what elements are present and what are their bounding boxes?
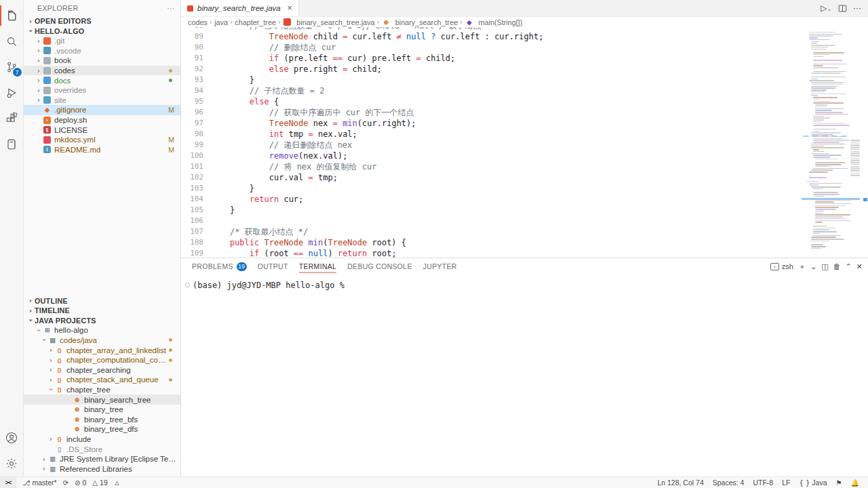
java-row-binary-search-tree[interactable]: ⊕binary_search_tree xyxy=(24,394,180,405)
java-row-chapter-computational-complexity[interactable]: ›{}chapter_computational_complexity xyxy=(24,355,180,365)
java-row-codes-java[interactable]: ›▤codes/java xyxy=(24,336,180,346)
maximize-panel-icon[interactable]: ⌃ xyxy=(846,262,852,271)
minimap[interactable] xyxy=(802,27,863,258)
editor-more-actions-icon[interactable]: ··· xyxy=(853,3,861,13)
java-row-chapter-searching[interactable]: ›{}chapter_searching xyxy=(24,365,180,375)
java-row-jre-system-library-eclipse-temurin-17-17-[interactable]: ›▥JRE System Library [Eclipse Temurin 17… xyxy=(24,454,180,464)
file-row--gitignore[interactable]: ◆.gitignoreM xyxy=(24,105,180,115)
panel-tab-terminal[interactable]: TERMINAL xyxy=(299,258,337,274)
file-row-overrides[interactable]: ›overrides xyxy=(24,85,180,96)
panel-tab-jupyter[interactable]: JUPYTER xyxy=(423,258,457,274)
code-text: int tmp = nex.val; xyxy=(203,129,357,140)
rocket-item[interactable]: 🜂 xyxy=(114,479,121,487)
code-text: } xyxy=(203,75,254,85)
java-row-chapter-tree[interactable]: ›{}chapter_tree xyxy=(24,385,180,395)
remote-indicator[interactable]: >< xyxy=(0,477,16,488)
notifications[interactable]: 🔔 xyxy=(851,479,859,487)
file-row--git[interactable]: ›.git xyxy=(24,36,180,46)
file-row-codes[interactable]: ›codes xyxy=(24,66,180,76)
file-row-readme-md[interactable]: iREADME.mdM xyxy=(24,145,180,155)
settings-gear-icon[interactable] xyxy=(0,451,24,476)
timeline-section[interactable]: › TIMELINE xyxy=(24,306,180,316)
sidebar-more-actions-icon[interactable]: ··· xyxy=(167,4,175,12)
errors-item[interactable]: ⊘0 xyxy=(75,479,86,487)
java-row-include[interactable]: ›{}include xyxy=(24,434,180,445)
encoding[interactable]: UTF-8 xyxy=(753,479,773,487)
code-editor[interactable]: 88// 当子结点数量 = 0 / 1 时, child = null / 该子… xyxy=(181,27,868,258)
editor-scrollbar[interactable] xyxy=(863,27,868,258)
java-row-binary-tree-bfs[interactable]: ⊕binary_tree_bfs xyxy=(24,414,180,424)
file-row-site[interactable]: ›site xyxy=(24,96,180,106)
explorer-icon[interactable] xyxy=(0,3,24,28)
file-row-book[interactable]: ›book xyxy=(24,56,180,66)
explorer-sidebar: EXPLORER ··· › OPEN EDITORS › HELLO-ALGO… xyxy=(24,0,181,476)
java-row-binary-tree-dfs[interactable]: ⊕binary_tree_dfs xyxy=(24,424,180,434)
file-row-license[interactable]: §LICENSE xyxy=(24,125,180,135)
source-control-icon[interactable]: 7 xyxy=(0,54,24,80)
terminal[interactable]: (base) jyd@JYD-MBP hello-algo % xyxy=(181,274,868,476)
outline-section[interactable]: › OUTLINE xyxy=(24,296,180,306)
warnings-item[interactable]: △19 xyxy=(92,479,107,487)
split-panel-icon[interactable]: ◫ xyxy=(821,262,828,271)
java-row-binary-tree[interactable]: ⊕binary_tree xyxy=(24,405,180,415)
java-row-referenced-libraries[interactable]: ›▥Referenced Libraries xyxy=(24,464,180,474)
panel-tab-debug-console[interactable]: DEBUG CONSOLE xyxy=(347,258,412,274)
file-row--vscode[interactable]: ›.vscode xyxy=(24,46,180,56)
breadcrumb-chapter-tree[interactable]: chapter_tree xyxy=(235,18,276,26)
code-text: } xyxy=(203,205,235,216)
java-row-hello-algo[interactable]: ›⊞hello-algo xyxy=(24,325,180,336)
language-mode[interactable]: { }Java xyxy=(799,479,827,487)
indentation[interactable]: Spaces: 4 xyxy=(713,479,745,487)
chevron-down-icon: › xyxy=(27,317,35,325)
code-text: TreeNode nex = min(cur.right); xyxy=(203,118,416,129)
search-icon[interactable] xyxy=(0,28,24,54)
java-row-chapter-array-and-linkedlist[interactable]: ›{}chapter_array_and_linkedlist xyxy=(24,345,180,355)
java-projects-section[interactable]: › JAVA PROJECTS xyxy=(24,316,180,326)
file-row-docs[interactable]: ›docs xyxy=(24,75,180,85)
git-modified-badge: M xyxy=(168,106,174,114)
java-row--ds-store[interactable]: ▯.DS_Store xyxy=(24,444,180,454)
breadcrumb-codes[interactable]: codes xyxy=(188,18,208,26)
java-item-label: .DS_Store xyxy=(66,445,102,453)
breadcrumb-main-string-[interactable]: ◆main(String[]) xyxy=(465,18,523,26)
open-editors-section[interactable]: › OPEN EDITORS xyxy=(24,16,180,26)
problems-badge: 19 xyxy=(237,262,247,271)
panel-tab-problems[interactable]: PROBLEMS19 xyxy=(192,258,247,274)
breadcrumb-separator: › xyxy=(230,18,233,26)
activity-bar: 7 xyxy=(0,0,24,476)
breadcrumb-java[interactable]: java xyxy=(214,18,228,26)
change-dot xyxy=(169,79,172,82)
new-terminal-icon[interactable]: ＋ xyxy=(798,262,806,272)
breadcrumb-binary-search-tree-java[interactable]: binary_search_tree.java xyxy=(283,18,374,26)
kill-terminal-icon[interactable]: 🗑 xyxy=(833,262,841,271)
java-row-chapter-stack-and-queue[interactable]: ›{}chapter_stack_and_queue xyxy=(24,375,180,385)
shell-icon: › xyxy=(43,117,51,124)
cursor-position[interactable]: Ln 128, Col 74 xyxy=(657,479,703,487)
close-panel-icon[interactable]: ✕ xyxy=(856,262,863,271)
run-button[interactable]: ▷⌄ xyxy=(821,3,832,13)
branch-item[interactable]: ⎇master* xyxy=(22,479,57,487)
feedback[interactable]: ⚑ xyxy=(836,479,842,487)
extensions-icon[interactable] xyxy=(0,106,24,131)
notebook-icon[interactable] xyxy=(0,131,24,157)
shell-selector[interactable]: ›zsh xyxy=(770,262,793,270)
chevron-down-icon: › xyxy=(47,386,55,394)
branch-icon: ⎇ xyxy=(22,479,31,487)
workspace-root-section[interactable]: › HELLO-ALGO xyxy=(24,26,180,37)
file-row-deploy-sh[interactable]: ›deploy.sh xyxy=(24,115,180,125)
sync-item[interactable]: ⟳ xyxy=(63,479,68,487)
account-icon[interactable] xyxy=(0,425,24,451)
panel-tab-output[interactable]: OUTPUT xyxy=(258,258,288,274)
code-text: // 将 nex 的值复制给 cur xyxy=(203,161,376,172)
file-row-mkdocs-yml[interactable]: mkdocs.ymlM xyxy=(24,135,180,145)
breadcrumb-binary-search-tree[interactable]: ⊕binary_search_tree xyxy=(382,18,458,26)
eol[interactable]: LF xyxy=(782,479,790,487)
chevron-right-icon: › xyxy=(35,57,43,64)
breadcrumbs: codes›java›chapter_tree›binary_search_tr… xyxy=(181,17,868,27)
terminal-dropdown-icon[interactable]: ⌄ xyxy=(810,262,816,271)
split-editor-icon[interactable] xyxy=(838,4,847,13)
run-debug-icon[interactable] xyxy=(0,80,24,106)
tab-close-icon[interactable]: × xyxy=(288,3,292,13)
tab-binary-search-tree[interactable]: binary_search_tree.java × xyxy=(181,0,299,16)
scm-badge: 7 xyxy=(13,68,22,77)
